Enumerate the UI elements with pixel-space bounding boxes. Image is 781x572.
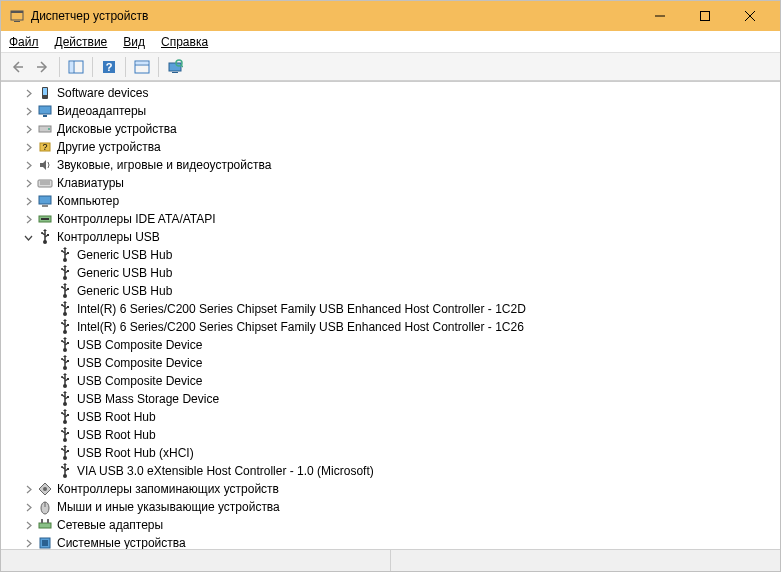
expand-icon[interactable]	[21, 104, 35, 118]
menu-view[interactable]: Вид	[123, 35, 145, 49]
svg-rect-1	[11, 11, 23, 13]
system-icon	[37, 535, 53, 549]
tree-row[interactable]: Intel(R) 6 Series/C200 Series Chipset Fa…	[1, 318, 780, 336]
properties-button[interactable]	[130, 55, 154, 79]
svg-rect-22	[43, 115, 47, 117]
back-button[interactable]	[5, 55, 29, 79]
svg-rect-49	[67, 288, 69, 290]
svg-rect-33	[41, 218, 49, 220]
tree-row[interactable]: Контроллеры запоминающих устройств	[1, 480, 780, 498]
tree-row[interactable]: Клавиатуры	[1, 174, 780, 192]
usb-icon	[57, 409, 73, 425]
tree-spacer	[41, 338, 55, 352]
menubar: Файл Действие Вид Справка	[1, 31, 780, 53]
tree-row[interactable]: Мыши и иные указывающие устройства	[1, 498, 780, 516]
collapse-icon[interactable]	[21, 230, 35, 244]
svg-rect-65	[67, 360, 69, 362]
tree-row[interactable]: Software devices	[1, 84, 780, 102]
svg-rect-81	[67, 432, 69, 434]
expand-icon[interactable]	[21, 482, 35, 496]
tree-item-label: USB Composite Device	[77, 356, 202, 370]
tree-row[interactable]: Дисковые устройства	[1, 120, 780, 138]
status-cell-right	[391, 550, 780, 571]
tree-row[interactable]: Системные устройства	[1, 534, 780, 549]
tree-row[interactable]: Видеоадаптеры	[1, 102, 780, 120]
network-icon	[37, 517, 53, 533]
expand-icon[interactable]	[21, 518, 35, 532]
tree-row[interactable]: USB Root Hub	[1, 408, 780, 426]
toolbar-separator	[59, 57, 60, 77]
svg-point-68	[61, 376, 63, 378]
tree-item-label: Видеоадаптеры	[57, 104, 146, 118]
tree-row[interactable]: USB Root Hub (xHCI)	[1, 444, 780, 462]
svg-text:?: ?	[106, 61, 113, 73]
tree-row[interactable]: Generic USB Hub	[1, 282, 780, 300]
tree-row[interactable]: Звуковые, игровые и видеоустройства	[1, 156, 780, 174]
svg-point-52	[61, 304, 63, 306]
expand-icon[interactable]	[21, 176, 35, 190]
svg-rect-95	[47, 519, 49, 523]
tree-row[interactable]: Контроллеры IDE ATA/ATAPI	[1, 210, 780, 228]
tree-row[interactable]: USB Composite Device	[1, 372, 780, 390]
expand-icon[interactable]	[21, 536, 35, 549]
maximize-button[interactable]	[682, 1, 727, 31]
tree-row[interactable]: USB Composite Device	[1, 336, 780, 354]
tree-item-label: Generic USB Hub	[77, 248, 172, 262]
tree-row[interactable]: USB Root Hub	[1, 426, 780, 444]
tree-row[interactable]: Сетевые адаптеры	[1, 516, 780, 534]
tree-item-label: Generic USB Hub	[77, 266, 172, 280]
expand-icon[interactable]	[21, 212, 35, 226]
tree-item-label: Intel(R) 6 Series/C200 Series Chipset Fa…	[77, 302, 526, 316]
expand-icon[interactable]	[21, 158, 35, 172]
tree-item-label: Дисковые устройства	[57, 122, 177, 136]
tree-spacer	[41, 356, 55, 370]
tree-row[interactable]: USB Composite Device	[1, 354, 780, 372]
computer-icon	[37, 193, 53, 209]
expand-icon[interactable]	[21, 122, 35, 136]
other-icon: ?	[37, 139, 53, 155]
forward-button[interactable]	[31, 55, 55, 79]
tree-spacer	[41, 284, 55, 298]
expand-icon[interactable]	[21, 140, 35, 154]
device-tree[interactable]: Software devicesВидеоадаптерыДисковые ус…	[1, 82, 780, 549]
tree-row[interactable]: USB Mass Storage Device	[1, 390, 780, 408]
tree-spacer	[41, 410, 55, 424]
ide-icon	[37, 211, 53, 227]
help-button[interactable]: ?	[97, 55, 121, 79]
tree-row[interactable]: VIA USB 3.0 eXtensible Host Controller -…	[1, 462, 780, 480]
menu-help[interactable]: Справка	[161, 35, 208, 49]
svg-point-40	[61, 250, 63, 252]
tree-row[interactable]: Компьютер	[1, 192, 780, 210]
tree-item-label: USB Composite Device	[77, 374, 202, 388]
window-title: Диспетчер устройств	[31, 9, 637, 23]
show-hide-console-tree-button[interactable]	[64, 55, 88, 79]
expand-icon[interactable]	[21, 500, 35, 514]
svg-rect-31	[42, 205, 48, 207]
tree-row[interactable]: Intel(R) 6 Series/C200 Series Chipset Fa…	[1, 300, 780, 318]
usb-icon	[57, 337, 73, 353]
usb-icon	[37, 229, 53, 245]
tree-row[interactable]: Контроллеры USB	[1, 228, 780, 246]
tree-row[interactable]: Generic USB Hub	[1, 246, 780, 264]
svg-point-72	[61, 394, 63, 396]
tree-item-label: Контроллеры IDE ATA/ATAPI	[57, 212, 216, 226]
toolbar-separator	[125, 57, 126, 77]
tree-item-label: Мыши и иные указывающие устройства	[57, 500, 280, 514]
svg-rect-4	[700, 12, 709, 21]
toolbar-separator	[158, 57, 159, 77]
minimize-button[interactable]	[637, 1, 682, 31]
tree-spacer	[41, 320, 55, 334]
svg-point-60	[61, 340, 63, 342]
tree-spacer	[41, 266, 55, 280]
tree-row[interactable]: Generic USB Hub	[1, 264, 780, 282]
close-button[interactable]	[727, 1, 772, 31]
tree-row[interactable]: ?Другие устройства	[1, 138, 780, 156]
expand-icon[interactable]	[21, 86, 35, 100]
tree-spacer	[41, 464, 55, 478]
storage-icon	[37, 481, 53, 497]
menu-action[interactable]: Действие	[55, 35, 108, 49]
scan-hardware-button[interactable]	[163, 55, 187, 79]
svg-point-48	[61, 286, 63, 288]
expand-icon[interactable]	[21, 194, 35, 208]
menu-file[interactable]: Файл	[9, 35, 39, 49]
